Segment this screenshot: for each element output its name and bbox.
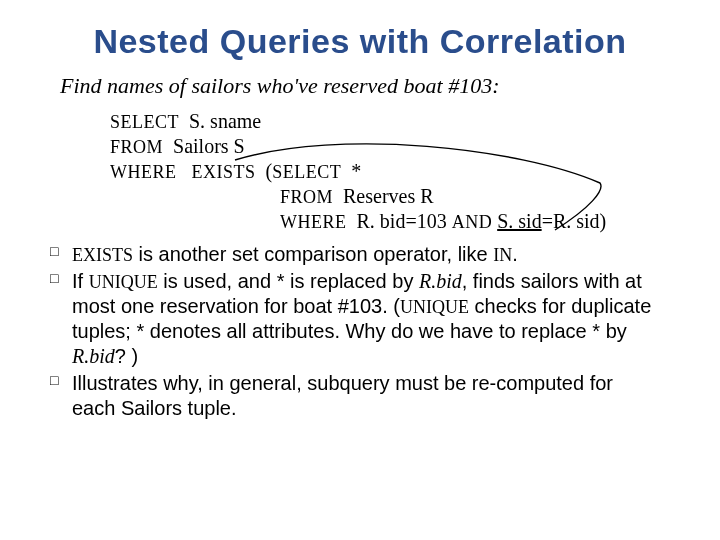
problem-statement: Find names of sailors who've reserved bo… xyxy=(60,73,720,99)
kw-where-exists: WHERE EXISTS xyxy=(110,162,256,182)
bullet-3: Illustrates why, in general, subquery mu… xyxy=(50,371,660,421)
bullet-list: EXISTS is another set comparison operato… xyxy=(50,242,660,421)
kw-from: FROM xyxy=(110,137,163,157)
correlated-column: S. sid xyxy=(497,210,541,232)
slide-title: Nested Queries with Correlation xyxy=(0,22,720,61)
bullet-2: If UNIQUE is used, and * is replaced by … xyxy=(50,269,660,369)
sql-code: SELECT S. sname FROM Sailors S WHERE EXI… xyxy=(110,109,720,234)
kw-select: SELECT xyxy=(110,112,179,132)
bullet-1: EXISTS is another set comparison operato… xyxy=(50,242,660,267)
